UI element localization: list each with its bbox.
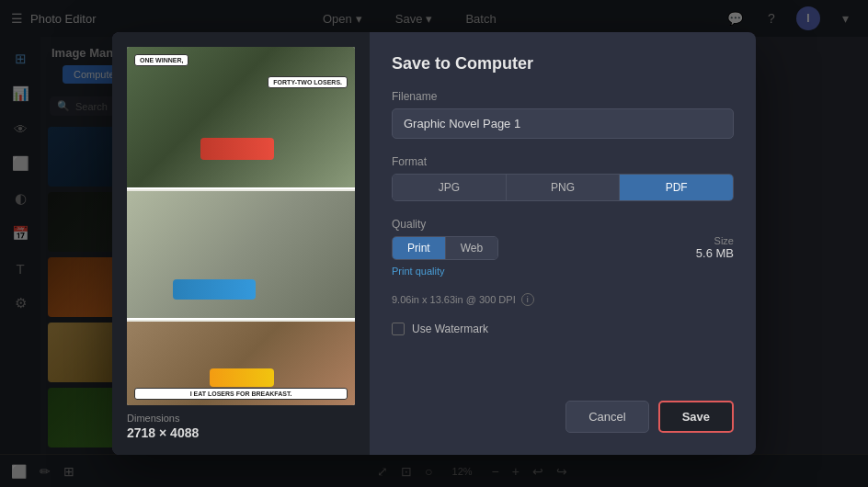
dialog-options: Save to Computer Filename Format JPG PNG… [370, 32, 756, 455]
save-confirm-button[interactable]: Save [658, 401, 734, 433]
filename-label: Filename [392, 90, 734, 103]
size-value: 5.6 MB [696, 246, 734, 260]
cancel-button[interactable]: Cancel [565, 401, 648, 433]
comic-panel-mid [127, 191, 355, 320]
watermark-row: Use Watermark [392, 323, 734, 335]
quality-print[interactable]: Print [393, 237, 446, 259]
dpi-info: 9.06in x 13.63in @ 300 DPI i [392, 293, 734, 306]
format-pdf[interactable]: PDF [620, 175, 733, 200]
dialog-title: Save to Computer [392, 54, 734, 74]
format-jpg[interactable]: JPG [393, 175, 507, 200]
filename-input[interactable] [392, 108, 734, 139]
dimensions-info: Dimensions 2718 × 4088 [127, 413, 199, 440]
watermark-checkbox[interactable] [392, 323, 405, 335]
car-shape [200, 138, 274, 160]
size-group: Size 5.6 MB [696, 235, 734, 260]
save-dialog: ONE WINNER, FORTY-TWO LOSERS. I EAT LOSE… [112, 32, 756, 455]
speech-bubble-2: FORTY-TWO LOSERS. [268, 76, 348, 88]
quality-selector: Print Web [392, 236, 498, 260]
dimensions-value: 2718 × 4088 [127, 425, 199, 440]
dimensions-label: Dimensions [127, 413, 199, 424]
format-png[interactable]: PNG [507, 175, 621, 200]
watermark-label: Use Watermark [412, 323, 488, 335]
dialog-actions: Cancel Save [392, 393, 734, 433]
car-shape-mid [173, 279, 256, 300]
comic-panel-bot: I EAT LOSERS FOR BREAKFAST. [127, 322, 355, 405]
print-quality-link[interactable]: Print quality [392, 266, 498, 277]
car-shape-bot [210, 368, 274, 387]
quality-row: Quality Print Web Print quality Size 5.6… [392, 218, 734, 277]
speech-bubble-3: I EAT LOSERS FOR BREAKFAST. [134, 388, 348, 400]
comic-panel-top: ONE WINNER, FORTY-TWO LOSERS. [127, 47, 355, 189]
dialog-preview: ONE WINNER, FORTY-TWO LOSERS. I EAT LOSE… [112, 32, 370, 455]
size-label: Size [696, 235, 734, 246]
format-selector: JPG PNG PDF [392, 174, 734, 201]
quality-label: Quality [392, 218, 498, 231]
speech-bubble-1: ONE WINNER, [134, 54, 188, 66]
format-group: Format JPG PNG PDF [392, 155, 734, 201]
comic-preview: ONE WINNER, FORTY-TWO LOSERS. I EAT LOSE… [127, 47, 355, 405]
quality-left: Quality Print Web Print quality [392, 218, 498, 277]
format-label: Format [392, 155, 734, 168]
quality-web[interactable]: Web [446, 237, 497, 259]
filename-group: Filename [392, 90, 734, 139]
info-icon[interactable]: i [521, 293, 534, 306]
dpi-text: 9.06in x 13.63in @ 300 DPI [392, 294, 516, 305]
